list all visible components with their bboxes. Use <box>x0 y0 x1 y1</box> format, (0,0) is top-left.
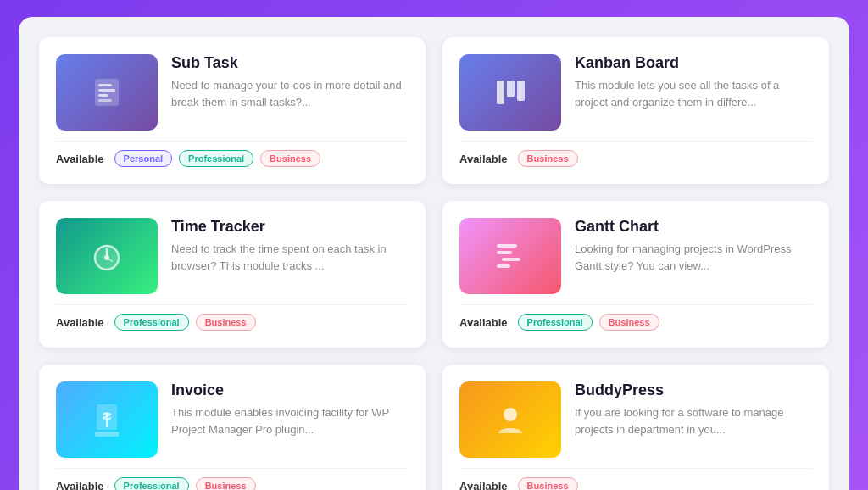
card-invoice: Invoice This module enables invoicing fa… <box>39 365 426 490</box>
card-top: Time Tracker Need to track the time spen… <box>56 218 409 294</box>
svg-rect-6 <box>507 81 515 97</box>
card-top: BuddyPress If you are looking for a soft… <box>459 381 812 458</box>
card-title: Sub Task <box>171 54 409 72</box>
svg-rect-2 <box>98 89 115 92</box>
svg-point-18 <box>504 408 517 421</box>
card-title: Time Tracker <box>171 218 409 236</box>
badge-business: Business <box>196 314 256 331</box>
badge-professional: Professional <box>518 314 593 331</box>
card-kanban: Kanban Board This module lets you see al… <box>442 37 829 184</box>
svg-rect-5 <box>497 81 504 104</box>
svg-rect-17 <box>95 432 119 437</box>
badge-professional: Professional <box>114 314 189 331</box>
card-top: Kanban Board This module lets you see al… <box>459 54 812 131</box>
card-footer: Available ProfessionalBusiness <box>459 304 812 331</box>
card-description: Need to manage your to-dos in more detai… <box>171 77 409 110</box>
badge-business: Business <box>196 477 256 490</box>
card-thumbnail <box>459 54 561 131</box>
card-description: Need to track the time spent on each tas… <box>171 241 409 274</box>
card-footer: Available Business <box>459 468 812 490</box>
badge-personal: Personal <box>114 150 172 167</box>
card-description: If you are looking for a software to man… <box>575 404 812 437</box>
card-info: Sub Task Need to manage your to-dos in m… <box>171 54 409 110</box>
card-footer: Available PersonalProfessionalBusiness <box>56 141 409 167</box>
card-title: Gantt Chart <box>575 218 812 236</box>
card-top: Sub Task Need to manage your to-dos in m… <box>56 54 409 131</box>
card-buddypress: BuddyPress If you are looking for a soft… <box>442 365 829 490</box>
card-info: Gantt Chart Looking for managing project… <box>575 218 812 274</box>
card-gantt: Gantt Chart Looking for managing project… <box>442 201 829 348</box>
svg-rect-12 <box>497 244 517 248</box>
badge-business: Business <box>518 477 578 490</box>
card-info: BuddyPress If you are looking for a soft… <box>575 381 812 437</box>
badge-business: Business <box>599 314 659 331</box>
card-thumbnail <box>459 381 561 458</box>
card-footer: Available ProfessionalBusiness <box>56 468 409 490</box>
card-info: Invoice This module enables invoicing fa… <box>171 381 409 437</box>
svg-rect-13 <box>497 251 512 254</box>
available-label: Available <box>459 480 508 491</box>
badge-business: Business <box>260 150 320 167</box>
cards-grid: Sub Task Need to manage your to-dos in m… <box>39 37 829 490</box>
badge-professional: Professional <box>114 477 189 490</box>
card-info: Time Tracker Need to track the time spen… <box>171 218 409 274</box>
svg-rect-7 <box>517 81 525 101</box>
svg-rect-3 <box>98 94 108 97</box>
available-label: Available <box>56 316 104 329</box>
card-description: This module lets you see all the tasks o… <box>575 77 812 110</box>
card-footer: Available ProfessionalBusiness <box>56 304 409 331</box>
svg-rect-1 <box>98 84 112 86</box>
card-top: Gantt Chart Looking for managing project… <box>459 218 812 294</box>
svg-rect-0 <box>95 79 119 106</box>
card-footer: Available Business <box>459 141 812 167</box>
card-description: Looking for managing projects in WordPre… <box>575 241 812 274</box>
available-label: Available <box>56 480 104 491</box>
card-title: Invoice <box>171 381 409 399</box>
available-label: Available <box>56 153 104 165</box>
available-label: Available <box>459 153 508 165</box>
card-top: Invoice This module enables invoicing fa… <box>56 381 409 458</box>
card-thumbnail <box>56 381 158 458</box>
card-thumbnail <box>459 218 561 294</box>
card-info: Kanban Board This module lets you see al… <box>575 54 812 110</box>
svg-rect-14 <box>502 258 520 261</box>
card-timetracker: Time Tracker Need to track the time spen… <box>39 201 426 348</box>
card-title: Kanban Board <box>575 54 812 72</box>
main-container: Sub Task Need to manage your to-dos in m… <box>19 17 849 490</box>
card-thumbnail <box>56 54 158 131</box>
card-title: BuddyPress <box>575 381 812 399</box>
badge-professional: Professional <box>179 150 253 167</box>
card-subtask: Sub Task Need to manage your to-dos in m… <box>39 37 426 184</box>
badge-business: Business <box>518 150 578 167</box>
card-thumbnail <box>56 218 158 294</box>
available-label: Available <box>459 316 508 329</box>
svg-rect-4 <box>98 99 112 102</box>
card-description: This module enables invoicing facility f… <box>171 404 409 437</box>
svg-rect-15 <box>497 264 510 268</box>
